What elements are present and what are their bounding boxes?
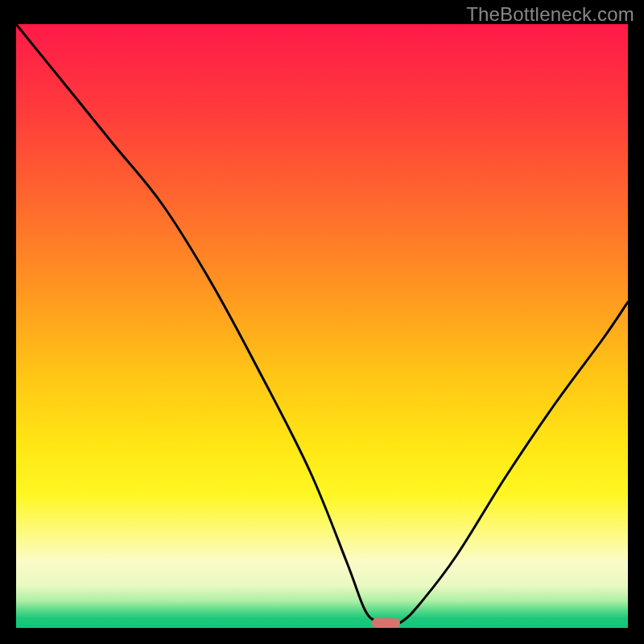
chart-container: TheBottleneck.com: [0, 0, 644, 644]
plot-area: [16, 24, 628, 628]
optimal-marker: [372, 618, 400, 628]
watermark-text: TheBottleneck.com: [466, 3, 634, 26]
